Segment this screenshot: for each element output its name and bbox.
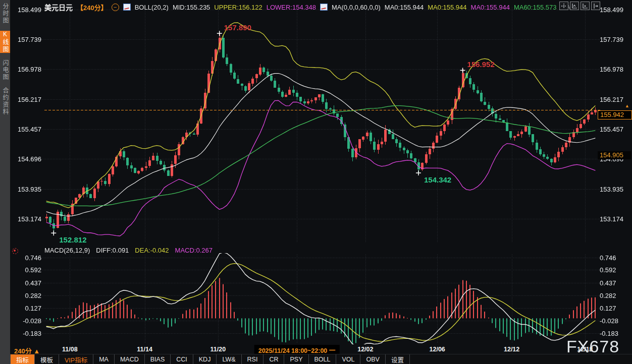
- macd-tick-right: 0.592: [600, 266, 630, 274]
- macd-diff-value: DIFF:0.091: [96, 247, 129, 254]
- toolbar-button-10[interactable]: CR: [264, 354, 284, 364]
- boll-indicator-icon[interactable]: [123, 4, 131, 11]
- symbol-name: 美元日元: [44, 2, 73, 12]
- toolbar-button-6[interactable]: CCI: [171, 354, 193, 364]
- price-tick-left: 156.978: [12, 66, 41, 73]
- toolbar-button-1[interactable]: 模板: [35, 354, 59, 364]
- ma-indicator-icon[interactable]: [320, 4, 328, 11]
- collapse-panel-icon[interactable]: [591, 2, 600, 10]
- toolbar-button-14[interactable]: OBV: [360, 354, 385, 364]
- ma0-value-1: MA0:155.944: [385, 4, 424, 11]
- bottom-toolbar: 指标模板VIP指标MAMACDBIASCCIKDJLW&RSICRPSYBOLL…: [10, 354, 632, 364]
- macd-tick-left: 0.746: [12, 254, 41, 262]
- toolbar-button-15[interactable]: 设置: [386, 354, 410, 364]
- macd-tick-left: 0.437: [12, 279, 41, 287]
- chart-type-sidebar: 分时图K线图闪电图合约资料: [0, 0, 10, 364]
- current-price-tag: 155.942: [598, 110, 632, 119]
- macd-macd-value: MACD:0.267: [175, 247, 213, 254]
- macd-tick-right: -0.028: [600, 317, 630, 325]
- sidebar-item-3[interactable]: 合约资料: [0, 87, 10, 115]
- macd-dea-value: DEA:-0.042: [135, 247, 169, 254]
- macd-tick-right: 0.746: [600, 254, 630, 262]
- period-label: 【240分】: [77, 3, 108, 12]
- price-tick-right: 158.499: [600, 6, 630, 14]
- price-tick-left: 155.457: [12, 126, 41, 133]
- boll-lower-value: LOWER:154.348: [267, 4, 316, 11]
- ma-label: MA(0,0,0,60,0,0): [332, 4, 381, 11]
- right-axis-scale-icon[interactable]: [581, 2, 590, 10]
- macd-tick-left: 0.592: [12, 266, 41, 274]
- toolbar-button-5[interactable]: BIAS: [145, 354, 171, 364]
- price-tick-left: 153.935: [12, 186, 41, 193]
- boll-mid-value: MID:155.235: [173, 4, 210, 11]
- ma60-value: MA60:155.573: [514, 4, 557, 11]
- price-tick-left: 157.739: [12, 36, 41, 43]
- toolbar-button-11[interactable]: PSY: [284, 354, 308, 364]
- date-label: 11/20: [210, 346, 226, 353]
- price-up-arrow-icon: ▲: [625, 104, 629, 108]
- price-tick-left: 158.499: [12, 6, 41, 14]
- boll-upper-value: UPPER:156.122: [214, 4, 262, 11]
- settlement-price-tag: 154.905: [598, 151, 631, 159]
- toolbar-button-9[interactable]: RSI: [242, 354, 264, 364]
- price-tick-left: 156.217: [12, 96, 41, 103]
- sidebar-item-1[interactable]: K线图: [0, 31, 10, 53]
- chart-tool-icons: [559, 2, 600, 10]
- sidebar-item-0[interactable]: 分时图: [0, 3, 10, 24]
- boll-label: BOLL(20,2): [135, 4, 169, 11]
- ma0-value-3: MA0:155.944: [471, 4, 510, 11]
- macd-tick-left: 0.282: [12, 292, 41, 299]
- price-tick-left: 154.696: [12, 155, 41, 163]
- price-tick-right: 156.217: [600, 96, 630, 103]
- pan-crosshair-icon[interactable]: [559, 2, 568, 10]
- toolbar-button-2[interactable]: VIP指标: [59, 354, 93, 364]
- macd-tick-left: -0.183: [12, 330, 41, 337]
- trading-app-window: 分时图K线图闪电图合约资料 美元日元 【240分】 − BOLL(20,2) M…: [0, 0, 632, 364]
- price-tick-right: 157.739: [600, 36, 630, 43]
- chart-header: 美元日元 【240分】 − BOLL(20,2) MID:155.235 UPP…: [44, 2, 576, 12]
- macd-tick-right: 0.282: [600, 292, 630, 299]
- macd-settings-icon[interactable]: [12, 248, 18, 254]
- price-tick-right: 156.978: [600, 66, 630, 73]
- macd-tick-left: 0.127: [12, 305, 41, 312]
- macd-header: MACD(26,12,9) DIFF:0.091 DEA:-0.042 MACD…: [44, 247, 213, 254]
- toolbar-button-7[interactable]: KDJ: [193, 354, 217, 364]
- date-label: 12/06: [430, 346, 445, 353]
- macd-tick-right: 0.127: [600, 305, 630, 312]
- macd-tick-left: -0.028: [12, 317, 41, 325]
- toolbar-button-0[interactable]: 指标: [10, 354, 35, 364]
- toolbar-button-8[interactable]: LW&: [217, 354, 241, 364]
- price-tick-right: 153.935: [600, 186, 630, 193]
- toolbar-button-3[interactable]: MA: [93, 354, 115, 364]
- macd-title: MACD(26,12,9): [44, 247, 90, 254]
- price-tick-right: 155.457: [600, 126, 630, 133]
- watermark: FX678: [566, 337, 619, 356]
- toolbar-button-13[interactable]: VOL: [336, 354, 360, 364]
- price-tick-left: 153.174: [12, 215, 41, 223]
- toolbar-button-12[interactable]: BOLL: [309, 354, 337, 364]
- ma0-value-2: MA0:155.944: [428, 4, 466, 11]
- date-axis: 240分 ▲ 11/0811/1411/2012/0212/0612/1212/…: [10, 344, 632, 354]
- left-axis-scale-icon[interactable]: [570, 2, 579, 10]
- toolbar-button-4[interactable]: MACD: [115, 354, 145, 364]
- date-label: 11/14: [137, 346, 152, 353]
- price-tick-right: 153.174: [600, 215, 630, 223]
- macd-tick-right: 0.437: [600, 279, 630, 287]
- collapse-indicator-icon[interactable]: −: [112, 4, 119, 11]
- sidebar-item-2[interactable]: 闪电图: [0, 59, 10, 81]
- date-label: 12/12: [504, 346, 519, 353]
- price-chart-canvas[interactable]: [10, 0, 632, 344]
- date-label: 11/08: [62, 346, 78, 353]
- macd-tick-right: -0.183: [600, 330, 630, 337]
- date-label: 12/02: [357, 346, 373, 353]
